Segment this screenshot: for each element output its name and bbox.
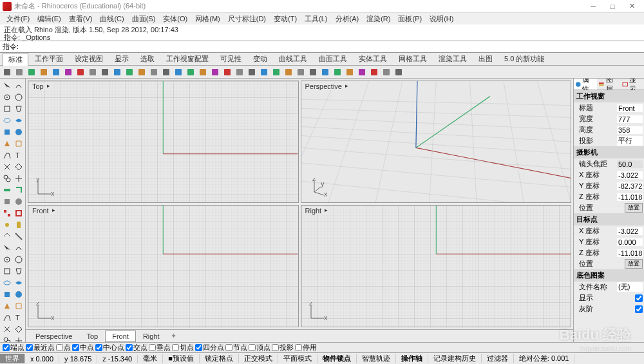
prop-width-value[interactable]: 777 bbox=[617, 115, 643, 123]
toolbar-icon-17[interactable] bbox=[209, 66, 221, 78]
tool-icon-13[interactable]: T bbox=[13, 149, 24, 160]
toolbar-icon-8[interactable] bbox=[99, 66, 111, 78]
tool-icon-27[interactable] bbox=[13, 231, 24, 242]
tool-icon-2[interactable] bbox=[1, 91, 12, 102]
toolbar-tab-3[interactable]: 显示 bbox=[109, 53, 134, 65]
minimize-button[interactable]: ─ bbox=[583, 0, 603, 13]
viewport-perspective-label[interactable]: Perspective bbox=[304, 82, 350, 90]
osnap-checkbox-2[interactable] bbox=[56, 344, 63, 351]
tool-icon-16[interactable] bbox=[1, 173, 12, 184]
prop-cam-z-value[interactable]: -11.018 bbox=[617, 193, 643, 201]
menu-6[interactable]: 网格(M) bbox=[191, 14, 224, 24]
tool-icon-0[interactable] bbox=[1, 80, 12, 91]
osnap-3[interactable]: 中点 bbox=[72, 343, 94, 352]
viewport-right-label[interactable]: Right bbox=[304, 207, 330, 215]
tool-icon-40[interactable] bbox=[1, 312, 12, 323]
panel-tab-display[interactable]: 显示 bbox=[621, 79, 644, 90]
tool-icon-15[interactable] bbox=[13, 161, 24, 172]
view-tab-perspective[interactable]: Perspective bbox=[28, 330, 79, 342]
status-history[interactable]: 记录建构历史 bbox=[428, 354, 482, 363]
toolbar-icon-19[interactable] bbox=[234, 66, 245, 78]
viewport-top[interactable]: Top yx bbox=[28, 81, 299, 203]
tool-icon-37[interactable] bbox=[13, 289, 24, 300]
status-osnap[interactable]: 物件锁点 bbox=[317, 354, 357, 363]
toolbar-tab-10[interactable]: 实体工具 bbox=[354, 53, 392, 65]
tool-icon-36[interactable] bbox=[1, 289, 12, 300]
toolbar-tab-14[interactable]: 5.0 的新功能 bbox=[499, 53, 549, 65]
place-camera-button[interactable]: 放置 bbox=[625, 203, 643, 213]
prop-filename-value[interactable]: (无) bbox=[617, 282, 643, 292]
osnap-5[interactable]: 交点 bbox=[126, 343, 147, 352]
tool-icon-33[interactable] bbox=[13, 265, 24, 276]
tool-icon-25[interactable] bbox=[13, 219, 24, 230]
tool-icon-28[interactable] bbox=[1, 242, 12, 253]
menu-13[interactable]: 说明(H) bbox=[426, 14, 457, 24]
status-layer[interactable]: ■预设值 bbox=[163, 354, 200, 363]
tool-icon-44[interactable] bbox=[1, 335, 12, 342]
maximize-button[interactable]: □ bbox=[603, 0, 622, 13]
tool-icon-23[interactable] bbox=[13, 207, 24, 218]
tool-icon-26[interactable] bbox=[1, 231, 12, 242]
tool-icon-39[interactable] bbox=[13, 300, 24, 311]
tool-icon-35[interactable] bbox=[13, 277, 24, 288]
menu-12[interactable]: 面板(P) bbox=[394, 14, 426, 24]
menu-7[interactable]: 尺寸标注(D) bbox=[224, 14, 270, 24]
tool-icon-21[interactable] bbox=[13, 196, 24, 207]
status-world[interactable]: 世界 bbox=[0, 354, 25, 363]
toolbar-icon-0[interactable] bbox=[1, 66, 13, 78]
prop-cam-x-value[interactable]: -3.022 bbox=[617, 171, 643, 179]
tool-icon-1[interactable] bbox=[13, 80, 24, 91]
status-gridsnap[interactable]: 锁定格点 bbox=[200, 354, 239, 363]
tool-icon-10[interactable] bbox=[1, 138, 12, 149]
tool-icon-22[interactable] bbox=[1, 207, 12, 218]
osnap-checkbox-10[interactable] bbox=[249, 344, 256, 351]
menu-3[interactable]: 曲线(C) bbox=[96, 14, 128, 24]
osnap-checkbox-12[interactable] bbox=[295, 344, 302, 351]
osnap-checkbox-8[interactable] bbox=[195, 344, 202, 351]
toolbar-tab-1[interactable]: 工作平面 bbox=[30, 53, 68, 65]
close-button[interactable]: ✕ bbox=[622, 0, 641, 13]
prop-title-value[interactable]: Front bbox=[617, 104, 643, 112]
toolbar-icon-21[interactable] bbox=[258, 66, 270, 78]
menu-4[interactable]: 曲面(S) bbox=[128, 14, 160, 24]
viewport-front-label[interactable]: Front bbox=[31, 207, 57, 215]
prop-show-checkbox[interactable] bbox=[635, 294, 643, 302]
osnap-4[interactable]: 中心点 bbox=[95, 343, 124, 352]
menu-5[interactable]: 实体(O) bbox=[159, 14, 191, 24]
tool-icon-8[interactable] bbox=[1, 126, 12, 137]
tool-icon-45[interactable] bbox=[13, 335, 24, 342]
toolbar-icon-10[interactable] bbox=[124, 66, 135, 78]
toolbar-icon-14[interactable] bbox=[173, 66, 184, 78]
osnap-12[interactable]: 停用 bbox=[295, 343, 317, 352]
status-filter[interactable]: 过滤器 bbox=[482, 354, 514, 363]
menu-10[interactable]: 分析(A) bbox=[332, 14, 363, 24]
tool-icon-19[interactable] bbox=[13, 184, 24, 195]
place-target-button[interactable]: 放置 bbox=[625, 259, 643, 269]
toolbar-icon-3[interactable] bbox=[38, 66, 50, 78]
toolbar-icon-5[interactable] bbox=[62, 66, 74, 78]
tool-icon-41[interactable]: T bbox=[13, 312, 24, 323]
osnap-9[interactable]: 节点 bbox=[225, 343, 247, 352]
prop-projection-value[interactable]: 平行 bbox=[617, 136, 643, 146]
toolbar-icon-23[interactable] bbox=[283, 66, 294, 78]
toolbar-icon-29[interactable] bbox=[356, 66, 368, 78]
toolbar-tab-11[interactable]: 网格工具 bbox=[393, 53, 432, 65]
tool-icon-38[interactable] bbox=[1, 300, 12, 311]
panel-tab-layers[interactable]: 图层 bbox=[597, 79, 620, 90]
prop-tgt-z-value[interactable]: -11.018 bbox=[617, 249, 643, 257]
toolbar-icon-20[interactable] bbox=[246, 66, 258, 78]
view-tab-front[interactable]: Front bbox=[105, 330, 136, 342]
osnap-2[interactable]: 点 bbox=[56, 343, 71, 352]
tool-icon-7[interactable] bbox=[13, 115, 24, 126]
tool-icon-31[interactable] bbox=[13, 254, 24, 265]
view-tab-top[interactable]: Top bbox=[79, 330, 105, 342]
tool-icon-11[interactable] bbox=[13, 138, 24, 149]
toolbar-icon-18[interactable] bbox=[222, 66, 233, 78]
viewport-perspective[interactable]: Perspective zxy bbox=[301, 81, 572, 203]
tool-icon-43[interactable] bbox=[13, 323, 24, 334]
toolbar-tab-6[interactable]: 可见性 bbox=[215, 53, 247, 65]
osnap-1[interactable]: 最近点 bbox=[26, 343, 55, 352]
osnap-checkbox-9[interactable] bbox=[225, 344, 232, 351]
viewport-top-label[interactable]: Top bbox=[31, 82, 52, 90]
toolbar-tab-4[interactable]: 选取 bbox=[135, 53, 160, 65]
